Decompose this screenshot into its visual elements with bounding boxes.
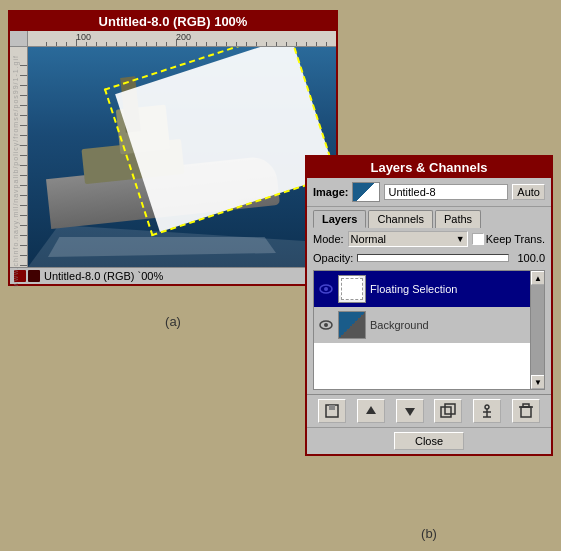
mode-select[interactable]: Normal ▼ (348, 231, 468, 247)
ruler-top: 100 200 (10, 31, 336, 47)
layer-eye-background[interactable] (318, 317, 334, 333)
auto-button[interactable]: Auto (512, 184, 545, 200)
layer-eye-floating[interactable] (318, 281, 334, 297)
keep-trans-checkbox[interactable] (472, 233, 484, 245)
layers-image-label: Image: (313, 186, 348, 198)
layer-thumb-background (338, 311, 366, 339)
canvas-content (28, 47, 336, 267)
svg-rect-5 (329, 405, 335, 410)
ruler-tick-100: 100 (76, 32, 91, 42)
status-icon-2 (28, 270, 40, 282)
layer-name-background: Background (370, 319, 540, 331)
svg-rect-14 (521, 407, 531, 417)
layers-panel: Layers & Channels Image: Untitled-8 Auto… (305, 155, 553, 456)
svg-rect-9 (445, 404, 455, 414)
tab-paths[interactable]: Paths (435, 210, 481, 228)
opacity-row: Opacity: 100.0 (307, 250, 551, 266)
mode-label: Mode: (313, 233, 344, 245)
move-up-button[interactable] (357, 399, 385, 423)
delete-layer-button[interactable] (512, 399, 540, 423)
image-window-titlebar: Untitled-8.0 (RGB) 100% (10, 12, 336, 31)
svg-marker-7 (405, 408, 415, 416)
close-button[interactable]: Close (394, 432, 464, 450)
ruler-top-ticks: 100 200 (28, 31, 336, 47)
mode-value: Normal (351, 233, 386, 245)
image-window-label: (a) (8, 314, 338, 329)
svg-marker-6 (366, 406, 376, 414)
opacity-slider[interactable] (357, 254, 509, 262)
layers-image-row: Image: Untitled-8 Auto (307, 178, 551, 207)
statusbar-icons (14, 270, 40, 282)
canvas-area (10, 47, 336, 267)
svg-rect-8 (441, 407, 451, 417)
keep-trans-text: Keep Trans. (486, 233, 545, 245)
image-window-title: Untitled-8.0 (RGB) 100% (99, 14, 248, 29)
image-statusbar: Untitled-8.0 (RGB) `00% (10, 267, 336, 284)
ruler-tick-200: 200 (176, 32, 191, 42)
layer-name-floating: Floating Selection (370, 283, 540, 295)
scroll-up-button[interactable]: ▲ (531, 271, 545, 285)
svg-point-10 (485, 405, 489, 409)
layers-panel-titlebar: Layers & Channels (307, 157, 551, 178)
svg-point-1 (324, 287, 328, 291)
mode-row: Mode: Normal ▼ Keep Trans. (307, 228, 551, 250)
layer-item-floating[interactable]: Floating Selection (314, 271, 544, 307)
image-window: Untitled-8.0 (RGB) 100% 100 200 (8, 10, 338, 286)
layers-image-name: Untitled-8 (384, 184, 508, 200)
status-icon-1 (14, 270, 26, 282)
tab-channels[interactable]: Channels (368, 210, 432, 228)
layers-toolbar (307, 394, 551, 427)
scroll-track (531, 285, 544, 375)
svg-rect-16 (523, 404, 529, 407)
layers-panel-label: (b) (305, 526, 553, 541)
layers-image-thumb (352, 182, 380, 202)
statusbar-text: Untitled-8.0 (RGB) `00% (44, 270, 163, 282)
opacity-value: 100.0 (513, 252, 545, 264)
layers-scrollbar: ▲ ▼ (530, 271, 544, 389)
layers-panel-title: Layers & Channels (370, 160, 487, 175)
layer-thumb-floating (338, 275, 366, 303)
ruler-left-ticks (10, 47, 27, 267)
ruler-area: 100 200 (10, 31, 336, 267)
mode-dropdown-arrow: ▼ (456, 234, 465, 244)
ship-image (28, 47, 336, 267)
scroll-down-button[interactable]: ▼ (531, 375, 545, 389)
move-down-button[interactable] (396, 399, 424, 423)
close-row: Close (307, 427, 551, 454)
layer-item-background[interactable]: Background (314, 307, 544, 343)
opacity-label: Opacity: (313, 252, 353, 264)
svg-point-3 (324, 323, 328, 327)
new-layer-button[interactable] (318, 399, 346, 423)
keep-trans-label: Keep Trans. (472, 233, 545, 245)
duplicate-layer-button[interactable] (434, 399, 462, 423)
ruler-corner (10, 31, 28, 47)
ruler-left (10, 47, 28, 267)
anchor-layer-button[interactable] (473, 399, 501, 423)
tabs-row: Layers Channels Paths (307, 207, 551, 228)
tab-layers[interactable]: Layers (313, 210, 366, 228)
layers-list: Floating Selection Background ▲ ▼ (313, 270, 545, 390)
